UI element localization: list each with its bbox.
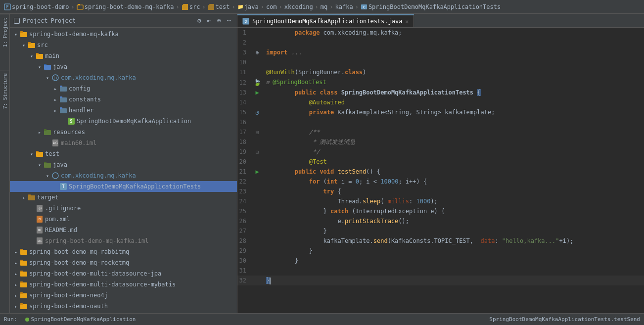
svg-rect-8 — [20, 31, 23, 33]
tree-label-app-class: SpringBootDemoMqKafkaApplication — [77, 118, 191, 125]
tree-arrow-pkg-test[interactable]: ▾ — [44, 172, 51, 180]
module-icon-oauth — [20, 302, 28, 310]
tree-arrow-handler[interactable]: ▸ — [51, 106, 59, 114]
tree-arrow-multi-jpa[interactable]: ▸ — [12, 270, 20, 278]
svg-rect-50 — [20, 272, 27, 277]
tree-arrow-constants[interactable]: ▸ — [51, 95, 59, 103]
tree-label-pkg-test: com.xkcoding.mq.kafka — [61, 172, 136, 179]
tree-arrow-src[interactable]: ▾ — [20, 41, 28, 49]
collapse-all-icon[interactable]: ⇤ — [205, 17, 213, 25]
run-label-text: Run: — [4, 316, 17, 323]
tree-item-pkg-test[interactable]: ▾ com.xkcoding.mq.kafka — [10, 170, 237, 181]
gutter-17-collapse[interactable]: ⊟ — [252, 129, 262, 136]
tree-item-app-class[interactable]: ▸ S SpringBootDemoMqKafkaApplication — [10, 116, 237, 127]
code-line-18: 18 * 测试发送消息 — [237, 137, 644, 147]
tree-arrow-mq-rocket[interactable]: ▸ — [12, 259, 20, 267]
tree-item-src[interactable]: ▾ src — [10, 40, 237, 50]
tree-item-pkg-main[interactable]: ▾ () com.xkcoding.mq.kafka — [10, 72, 237, 83]
project-dropdown-label[interactable]: Project — [51, 17, 76, 24]
tree-item-test-class[interactable]: ▸ T SpringBootDemoMqKafkaApplicationTest… — [10, 181, 237, 192]
breadcrumb-project[interactable]: P spring-boot-demo — [4, 3, 69, 10]
breadcrumb-com[interactable]: com — [266, 3, 277, 10]
tab-project[interactable]: 1: Project — [0, 14, 9, 50]
tree-item-java-test[interactable]: ▾ java — [10, 159, 237, 170]
tree-item-mq-rabbit[interactable]: ▸ spring-boot-demo-mq-rabbitmq — [10, 246, 237, 257]
breadcrumb-label: spring-boot-demo — [12, 3, 69, 10]
tree-item-target[interactable]: ▸ target — [10, 192, 237, 203]
breadcrumb-class[interactable]: C SpringBootDemoMqKafkaApplicationTests — [361, 3, 501, 10]
tab-close-icon[interactable]: ✕ — [405, 18, 409, 25]
editor-tabs: J SpringBootDemoMqKafkaApplicationTests.… — [237, 14, 644, 28]
svg-rect-7 — [20, 32, 27, 37]
svg-text:(): () — [53, 76, 57, 80]
tree-item-multi-jpa[interactable]: ▸ spring-boot-demo-multi-datasource-jpa — [10, 268, 237, 279]
tree-item-test[interactable]: ▾ test — [10, 148, 237, 159]
tree-arrow-test[interactable]: ▾ — [28, 150, 36, 158]
tree-arrow-config[interactable]: ▸ — [51, 85, 59, 93]
tree-arrow-java-main[interactable]: ▾ — [36, 63, 44, 71]
tree-arrow-mq-rabbit[interactable]: ▸ — [12, 248, 20, 256]
tree-item-constants[interactable]: ▸ constants — [10, 94, 237, 105]
code-line-2: 2 — [237, 38, 644, 47]
gutter-21-run[interactable]: ▶ — [252, 168, 262, 175]
breadcrumb-label: xkcoding — [284, 3, 313, 10]
code-editor[interactable]: 1 package com.xkcoding.mq.kafka; 2 3 ⊕ i… — [237, 28, 644, 313]
tree-arrow-pkg-main[interactable]: ▾ — [44, 74, 51, 82]
editor-tab-main[interactable]: J SpringBootDemoMqKafkaApplicationTests.… — [237, 14, 414, 27]
tree-item-readme[interactable]: ▸ MD README.md — [10, 225, 237, 235]
tree-label-constants: constants — [69, 96, 101, 103]
tree-label-gitignore: .gitignore — [45, 205, 81, 212]
tree-item-java-main[interactable]: ▾ java — [10, 61, 237, 72]
settings-icon[interactable]: ⚙ — [195, 17, 203, 25]
breadcrumb-test[interactable]: test — [208, 3, 230, 10]
tree-item-config[interactable]: ▸ config — [10, 83, 237, 94]
code-line-23: 23 try { — [237, 186, 644, 196]
status-run-app[interactable]: SpringBootDemoMqKafkaApplication — [25, 316, 136, 323]
locate-icon[interactable]: ⊕ — [215, 17, 223, 25]
tree-item-main60[interactable]: ▸ iml main60.iml — [10, 138, 237, 148]
svg-rect-56 — [20, 304, 27, 309]
breadcrumb-java[interactable]: 📁 java — [237, 3, 259, 10]
more-icon[interactable]: ⋯ — [225, 17, 233, 25]
tree-label-mq-rocket: spring-boot-demo-mq-rocketmq — [29, 259, 129, 266]
tree-item-pom[interactable]: ▸ M pom.xml — [10, 214, 237, 225]
tab-structure[interactable]: 7: Structure — [0, 70, 9, 112]
breadcrumb-xkcoding[interactable]: xkcoding — [284, 3, 313, 10]
breadcrumb-module[interactable]: spring-boot-demo-mq-kafka — [77, 3, 174, 10]
breadcrumb-mq[interactable]: mq — [321, 3, 327, 10]
tree-item-gitignore[interactable]: ▸ .gi .gitignore — [10, 203, 237, 214]
gutter-19-collapse[interactable]: ⊟ — [252, 149, 262, 155]
breadcrumb-label: SpringBootDemoMqKafkaApplicationTests — [368, 3, 501, 10]
breadcrumb-src[interactable]: src — [182, 3, 200, 10]
tree-item-iml-kafka[interactable]: ▸ iml spring-boot-demo-mq-kafka.iml — [10, 235, 237, 246]
tree-item-resources[interactable]: ▸ resources — [10, 127, 237, 138]
gutter-3: ⊕ — [252, 49, 262, 56]
code-line-16: 16 — [237, 117, 644, 127]
tree-item-handler[interactable]: ▸ handler — [10, 105, 237, 116]
tree-arrow-main[interactable]: ▾ — [28, 52, 36, 60]
tree-arrow-multi-mybatis[interactable]: ▸ — [12, 280, 20, 288]
svg-text:J: J — [245, 20, 247, 24]
tree-item-neo4j[interactable]: ▸ spring-boot-demo-neo4j — [10, 290, 237, 301]
tree-arrow-target[interactable]: ▸ — [20, 193, 28, 201]
tree-arrow-neo4j[interactable]: ▸ — [12, 291, 20, 299]
svg-rect-49 — [20, 260, 23, 261]
tree-label-multi-mybatis: spring-boot-demo-multi-datasource-mybati… — [29, 281, 176, 288]
folder-icon-main — [36, 52, 44, 60]
tree-arrow-root[interactable]: ▾ — [12, 30, 20, 38]
project-panel-header: Project Project ⚙ ⇤ ⊕ ⋯ — [10, 14, 237, 28]
tree-arrow-java-test[interactable]: ▾ — [36, 161, 44, 169]
tree-arrow-oauth[interactable]: ▸ — [12, 302, 20, 310]
tree-item-multi-mybatis[interactable]: ▸ spring-boot-demo-multi-datasource-myba… — [10, 279, 237, 290]
status-run-test[interactable]: SpringBootDemoMqKafkaApplicationTests.te… — [489, 316, 640, 323]
tree-item-oauth[interactable]: ▸ spring-boot-demo-oauth — [10, 301, 237, 312]
tree-item-root[interactable]: ▾ spring-boot-demo-mq-kafka — [10, 29, 237, 40]
tree-item-mq-rocket[interactable]: ▸ spring-boot-demo-mq-rocketmq — [10, 257, 237, 268]
breadcrumb-kafka[interactable]: kafka — [335, 3, 353, 10]
gutter-13-run[interactable]: ▶ — [252, 89, 262, 96]
src-folder-icon — [28, 41, 36, 49]
tree-arrow-resources[interactable]: ▸ — [36, 128, 44, 136]
java-test-class-icon: T — [59, 183, 67, 190]
svg-text:iml: iml — [53, 141, 58, 144]
tree-item-main[interactable]: ▾ main — [10, 50, 237, 61]
